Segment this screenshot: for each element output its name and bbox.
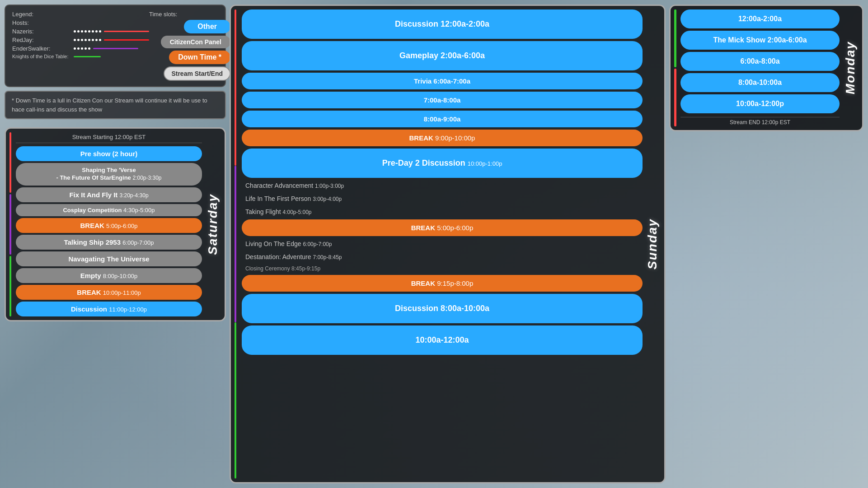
sunday-item-6[interactable]: Pre-Day 2 Discussion 10:00p-1:00p bbox=[242, 149, 643, 178]
saturday-item-2[interactable]: Fix It And Fly It 3:20p-4:30p bbox=[16, 187, 202, 202]
sunday-item-8: Life In The First Person 3:00p-4:00p bbox=[242, 193, 643, 204]
monday-stream-end: Stream END 12:00p EST bbox=[680, 117, 840, 126]
saturday-items: Stream Starting 12:00p EST Pre show (2 h… bbox=[16, 132, 202, 316]
sunday-label: Sunday bbox=[644, 9, 661, 479]
note-box: * Down Time is a lull in Citizen Con our… bbox=[5, 91, 226, 119]
sunday-item-16[interactable]: 10:00a-12:00a bbox=[242, 325, 643, 355]
monday-bar-green bbox=[674, 9, 676, 67]
monday-box: 12:00a-2:00a The Mick Show 2:00a-6:00a 6… bbox=[669, 5, 863, 131]
sunday-item-3[interactable]: 7:00a-8:00a bbox=[242, 92, 643, 108]
saturday-stream-start: Stream Starting 12:00p EST bbox=[16, 132, 202, 143]
monday-item-2[interactable]: 6:00a-8:00a bbox=[680, 52, 840, 71]
enderswalker-line bbox=[93, 48, 138, 49]
sunday-color-bars bbox=[235, 9, 239, 479]
knights-line bbox=[74, 56, 101, 57]
nazeris-label: Nazeris: bbox=[12, 28, 71, 35]
nazeris-dots bbox=[74, 30, 101, 33]
sunday-item-0[interactable]: Discussion 12:00a-2:00a bbox=[242, 9, 643, 39]
saturday-item-7[interactable]: Empty 8:00p-10:00p bbox=[16, 268, 202, 283]
saturday-item-5[interactable]: Talking Ship 2953 6:00p-7:00p bbox=[16, 235, 202, 250]
redjay-line bbox=[104, 39, 149, 41]
saturday-color-bars bbox=[9, 132, 13, 316]
sunday-item-2[interactable]: Trivia 6:00a-7:00a bbox=[242, 73, 643, 89]
hosts-label: Hosts: bbox=[12, 19, 71, 26]
monday-item-3[interactable]: 8:00a-10:00a bbox=[680, 73, 840, 92]
sunday-item-10[interactable]: BREAK 5:00p-6:00p bbox=[242, 219, 643, 236]
monday-bar-red bbox=[674, 69, 676, 126]
saturday-panel: Stream Starting 12:00p EST Pre show (2 h… bbox=[5, 127, 226, 321]
saturday-item-9[interactable]: Discussion 11:00p-12:00p bbox=[16, 302, 202, 316]
sunday-panel: Discussion 12:00a-2:00a Gameplay 2:00a-6… bbox=[230, 5, 666, 483]
monday-panel: 12:00a-2:00a The Mick Show 2:00a-6:00a 6… bbox=[669, 5, 863, 483]
saturday-schedule-box: Stream Starting 12:00p EST Pre show (2 h… bbox=[5, 127, 226, 321]
monday-label: Monday bbox=[842, 9, 859, 126]
sunday-item-15[interactable]: Discussion 8:00a-10:00a bbox=[242, 294, 643, 323]
sunday-item-11: Living On The Edge 6:00p-7:00p bbox=[242, 238, 643, 249]
sunday-items: Discussion 12:00a-2:00a Gameplay 2:00a-6… bbox=[242, 9, 643, 479]
legend-title: Legend: bbox=[12, 11, 71, 18]
saturday-item-8[interactable]: BREAK 10:00p-11:00p bbox=[16, 285, 202, 300]
sunday-bar-red bbox=[235, 9, 236, 166]
sunday-item-13: Closing Ceremony 8:45p-9:15p bbox=[242, 265, 643, 273]
monday-color-bars bbox=[674, 9, 678, 126]
saturday-item-4[interactable]: BREAK 5:00p-6:00p bbox=[16, 218, 202, 233]
saturday-item-3[interactable]: Cosplay Competition 4:30p-5:00p bbox=[16, 204, 202, 216]
redjay-label: RedJay: bbox=[12, 37, 71, 43]
monday-item-1[interactable]: The Mick Show 2:00a-6:00a bbox=[680, 31, 840, 50]
enderswalker-label: EnderSwalker: bbox=[12, 45, 71, 52]
enderswalker-dots bbox=[74, 47, 90, 50]
sunday-item-1[interactable]: Gameplay 2:00a-6:00a bbox=[242, 41, 643, 70]
redjay-dots bbox=[74, 39, 101, 41]
time-slots-label: Time slots: bbox=[149, 11, 177, 18]
saturday-item-6[interactable]: Navagating The Universe bbox=[16, 251, 202, 266]
sunday-item-9: Taking Flight 4:00p-5:00p bbox=[242, 206, 643, 217]
btn-other[interactable]: Other bbox=[184, 20, 230, 33]
legend-box: Legend: Hosts: Nazeris: bbox=[5, 5, 226, 87]
saturday-item-0[interactable]: Pre show (2 hour) bbox=[16, 146, 202, 161]
btn-streamend[interactable]: Stream Start/End bbox=[164, 66, 230, 81]
saturday-bar-red bbox=[9, 132, 11, 193]
sunday-item-4[interactable]: 8:00a-9:00a bbox=[242, 111, 643, 127]
nazeris-line bbox=[104, 31, 149, 32]
sunday-item-12: Destanation: Adventure 7:00p-8:45p bbox=[242, 251, 643, 262]
note-text: * Down Time is a lull in Citizen Con our… bbox=[12, 97, 207, 113]
btn-citizencon[interactable]: CitizenCon Panel bbox=[161, 36, 230, 48]
saturday-bar-purple bbox=[9, 194, 11, 255]
saturday-bar-green bbox=[9, 256, 11, 316]
sunday-item-5[interactable]: BREAK 9:00p-10:00p bbox=[242, 130, 643, 146]
sunday-item-7: Character Advancement 1:00p-3:00p bbox=[242, 180, 643, 191]
sunday-item-14[interactable]: BREAK 9:15p-8:00p bbox=[242, 275, 643, 292]
monday-item-4[interactable]: 10:00a-12:00p bbox=[680, 94, 840, 113]
saturday-item-1[interactable]: Shaping The 'Verse- The Future Of StarEn… bbox=[16, 163, 202, 186]
sunday-bar-purple bbox=[235, 166, 236, 322]
monday-items: 12:00a-2:00a The Mick Show 2:00a-6:00a 6… bbox=[680, 9, 840, 126]
sunday-bar-green bbox=[235, 322, 236, 479]
monday-item-0[interactable]: 12:00a-2:00a bbox=[680, 9, 840, 28]
knights-label: Knights of the Dice Table: bbox=[12, 54, 71, 59]
saturday-label: Saturday bbox=[205, 132, 221, 316]
btn-downtime[interactable]: Down Time * bbox=[169, 51, 230, 64]
